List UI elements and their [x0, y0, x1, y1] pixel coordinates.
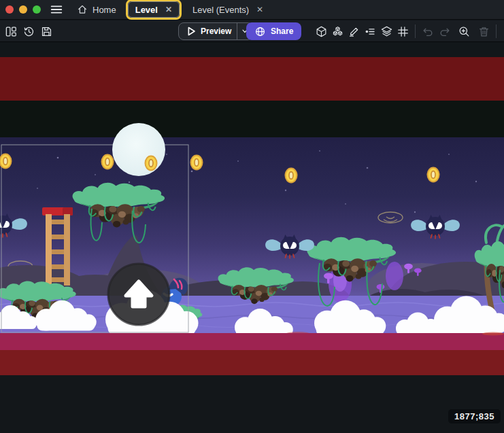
top-red-band[interactable]: [0, 57, 504, 101]
home-icon: [77, 4, 88, 15]
tutorial-highlight-box: Level ✕: [126, 0, 182, 20]
close-icon[interactable]: ✕: [256, 5, 263, 14]
window-controls: [5, 5, 41, 14]
zoom-window-button[interactable]: [33, 5, 41, 14]
redo-icon[interactable]: [436, 23, 452, 39]
tab-home[interactable]: Home: [70, 1, 123, 18]
grid-icon[interactable]: [394, 23, 411, 39]
undo-icon[interactable]: [420, 23, 436, 39]
cursor-coordinates-badge: 1877;835: [448, 409, 501, 423]
bottom-red-band[interactable]: [0, 350, 504, 375]
edit-pencil-icon[interactable]: [346, 23, 362, 39]
coin[interactable]: [146, 156, 157, 171]
coin[interactable]: [0, 154, 12, 169]
globe-icon: [254, 26, 266, 37]
close-window-button[interactable]: [5, 5, 14, 14]
instances-list-icon[interactable]: [362, 23, 378, 39]
tab-home-label: Home: [93, 5, 116, 15]
minimize-window-button[interactable]: [19, 5, 27, 14]
toolbar-left-group: [3, 23, 54, 39]
zoom-in-icon[interactable]: [456, 23, 472, 39]
coin[interactable]: [286, 169, 297, 183]
tab-level[interactable]: Level ✕: [128, 1, 180, 18]
divider: [496, 24, 497, 38]
crimson-band[interactable]: [0, 333, 504, 350]
hamburger-icon: [50, 3, 63, 16]
save-icon[interactable]: [38, 23, 54, 39]
share-label: Share: [271, 27, 293, 36]
app-window: Home Level ✕ Level (Events) ✕: [0, 0, 504, 433]
tab-level-label: Level: [135, 5, 158, 15]
play-icon: [184, 24, 198, 38]
tab-level-events[interactable]: Level (Events) ✕: [186, 1, 270, 18]
coin[interactable]: [102, 155, 114, 169]
preview-button[interactable]: Preview: [178, 22, 253, 40]
preview-label: Preview: [198, 27, 237, 36]
level-canvas[interactable]: [0, 42, 504, 433]
moon[interactable]: [112, 123, 165, 176]
share-button[interactable]: Share: [246, 22, 301, 40]
editor-toolbar: Preview Share: [0, 20, 504, 42]
main-menu-button[interactable]: [50, 3, 63, 16]
dark-band: [0, 101, 504, 137]
objects-cube-icon[interactable]: [313, 23, 329, 39]
toolbar-right-group: [313, 23, 504, 39]
layers-icon[interactable]: [378, 23, 394, 39]
tab-level-events-label: Level (Events): [192, 5, 249, 15]
trash-icon[interactable]: [475, 23, 492, 39]
object-groups-icon[interactable]: [329, 23, 346, 39]
panels-icon[interactable]: [3, 23, 19, 39]
divider: [415, 24, 416, 38]
lava-glow: [482, 332, 504, 335]
up-arrow-button[interactable]: [108, 264, 169, 325]
canvas-bottom-background: [0, 375, 504, 433]
tab-bar: Home Level ✕ Level (Events) ✕: [0, 0, 504, 20]
coin[interactable]: [428, 168, 439, 182]
edit-scene-icon[interactable]: [501, 23, 504, 39]
close-icon[interactable]: ✕: [165, 5, 172, 14]
coin[interactable]: [191, 156, 203, 170]
history-icon[interactable]: [20, 23, 37, 39]
